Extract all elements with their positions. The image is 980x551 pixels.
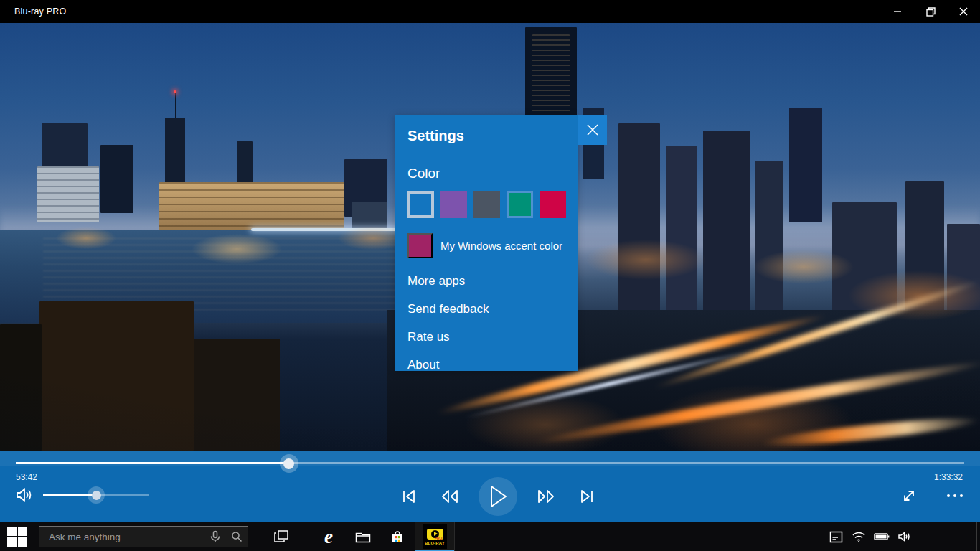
task-view-icon xyxy=(273,529,289,544)
bluray-pro-icon: PRO BLU-RAY xyxy=(423,524,447,549)
seek-bar[interactable] xyxy=(16,458,964,469)
fullscreen-icon xyxy=(901,488,917,504)
fast-forward-button[interactable] xyxy=(534,484,558,509)
windows-logo-icon xyxy=(7,527,27,547)
file-explorer-button[interactable] xyxy=(346,522,380,551)
color-swatch-purple[interactable] xyxy=(440,191,467,218)
color-swatch-green[interactable] xyxy=(507,191,533,218)
search-input[interactable] xyxy=(39,532,204,542)
rate-us-link[interactable]: Rate us xyxy=(407,330,566,344)
settings-flyout: Settings Color My Windows accent color M… xyxy=(395,115,578,371)
tray-volume-button[interactable] xyxy=(893,522,916,551)
seek-fill xyxy=(16,462,289,464)
task-view-button[interactable] xyxy=(264,522,298,551)
tray-volume-icon xyxy=(897,530,912,543)
rewind-button[interactable] xyxy=(438,484,462,509)
settings-title: Settings xyxy=(407,128,566,144)
play-icon xyxy=(487,484,509,509)
app-window: Blu-ray PRO xyxy=(0,0,980,551)
volume-group xyxy=(14,486,149,504)
about-link[interactable]: About xyxy=(407,358,566,372)
total-duration: 1:33:32 xyxy=(934,472,963,482)
wifi-icon xyxy=(852,531,866,542)
battery-icon xyxy=(874,532,890,541)
accent-color-label: My Windows accent color xyxy=(440,240,562,252)
battery-button[interactable] xyxy=(870,522,893,551)
minimize-icon xyxy=(893,7,902,16)
search-button[interactable] xyxy=(226,527,248,547)
taskbar-search xyxy=(39,526,248,547)
play-button[interactable] xyxy=(479,477,517,516)
right-controls xyxy=(897,486,967,506)
color-swatch-row xyxy=(407,191,566,218)
playback-bar: 53:42 1:33:32 xyxy=(0,451,980,522)
more-apps-link[interactable]: More apps xyxy=(407,274,566,288)
more-icon xyxy=(947,494,963,497)
close-icon xyxy=(959,7,968,16)
mute-button[interactable] xyxy=(14,486,34,504)
file-explorer-icon xyxy=(355,530,371,543)
wifi-button[interactable] xyxy=(847,522,870,551)
system-tray xyxy=(824,522,916,551)
settings-links: More apps Send feedback Rate us About xyxy=(407,274,566,386)
search-icon xyxy=(231,531,242,542)
elapsed-time: 53:42 xyxy=(16,472,37,482)
window-controls xyxy=(881,0,980,23)
minimize-button[interactable] xyxy=(881,0,914,23)
volume-slider[interactable] xyxy=(43,486,149,504)
action-center-button[interactable] xyxy=(824,522,847,551)
volume-thumb[interactable] xyxy=(88,486,105,504)
send-feedback-link[interactable]: Send feedback xyxy=(407,302,566,316)
titlebar: Blu-ray PRO xyxy=(0,0,980,23)
restore-button[interactable] xyxy=(914,0,947,23)
color-swatch-red[interactable] xyxy=(540,191,566,218)
action-center-icon xyxy=(829,531,843,543)
close-icon xyxy=(586,123,599,136)
color-section-label: Color xyxy=(407,166,566,182)
store-icon xyxy=(390,529,405,545)
next-button[interactable] xyxy=(575,484,599,509)
start-button[interactable] xyxy=(0,522,34,551)
fullscreen-button[interactable] xyxy=(897,486,921,506)
settings-close-button[interactable] xyxy=(578,115,607,145)
more-options-button[interactable] xyxy=(943,486,967,506)
previous-icon xyxy=(400,488,418,505)
show-desktop-button[interactable] xyxy=(976,522,980,551)
video-surface[interactable]: Settings Color My Windows accent color M… xyxy=(0,23,980,451)
volume-icon xyxy=(14,486,34,504)
color-swatch-gray[interactable] xyxy=(473,191,500,218)
fast-forward-icon xyxy=(536,489,556,504)
window-title: Blu-ray PRO xyxy=(14,6,66,17)
seek-thumb[interactable] xyxy=(280,454,298,473)
microphone-button[interactable] xyxy=(204,527,226,547)
next-icon xyxy=(578,488,595,505)
transport-controls xyxy=(397,477,599,516)
previous-button[interactable] xyxy=(397,484,421,509)
accent-color-swatch[interactable] xyxy=(407,233,433,258)
color-swatch-blue[interactable] xyxy=(407,191,434,218)
microphone-icon xyxy=(209,530,221,543)
internet-explorer-icon: e xyxy=(324,527,333,547)
store-button[interactable] xyxy=(380,522,415,551)
close-button[interactable] xyxy=(947,0,980,23)
restore-icon xyxy=(926,7,936,17)
bluray-pro-app-button[interactable]: PRO BLU-RAY xyxy=(415,522,455,551)
internet-explorer-button[interactable]: e xyxy=(311,522,346,551)
taskbar: e PRO BLU-RAY xyxy=(0,522,980,551)
rewind-icon xyxy=(440,489,460,504)
accent-color-row: My Windows accent color xyxy=(407,233,566,258)
